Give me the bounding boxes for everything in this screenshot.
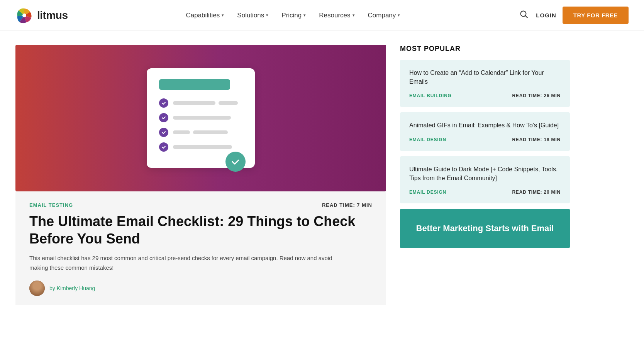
article-excerpt: This email checklist has 29 most common … [29,254,346,273]
popular-card-3[interactable]: Ultimate Guide to Dark Mode [+ Code Snip… [400,156,570,203]
big-check-circle [225,152,246,172]
check-circle [159,128,168,137]
popular-card-1[interactable]: How to Create an “Add to Calendar” Link … [400,60,570,107]
author-name[interactable]: by Kimberly Huang [49,285,95,291]
popular-read-time-1: READ TIME: 26 MIN [512,93,561,98]
popular-category-3: EMAIL DESIGN [409,189,446,195]
bar [173,116,231,120]
check-circle [159,142,168,152]
popular-read-time-2: READ TIME: 18 MIN [512,137,561,142]
nav-company[interactable]: Company ▾ [363,8,406,22]
chevron-down-icon: ▾ [222,13,224,18]
main-nav: Capabilities ▾ Solutions ▾ Pricing ▾ Res… [180,8,405,22]
try-free-button[interactable]: TRY FOR FREE [563,7,629,24]
cta-card[interactable]: Better Marketing Starts with Email [400,209,570,248]
author-avatar [29,281,45,296]
article-title[interactable]: The Ultimate Email Checklist: 29 Things … [29,213,372,247]
hero-image [15,45,386,191]
popular-category-1: EMAIL BUILDING [409,93,452,98]
bar [173,101,215,105]
article-meta: EMAIL TESTING READ TIME: 7 MIN The Ultim… [15,191,386,305]
check-circle [159,98,168,108]
nav-resources[interactable]: Resources ▾ [314,8,360,22]
check-row-2 [159,113,242,122]
sidebar: MOST POPULAR How to Create an “Add to Ca… [400,45,570,305]
meta-row: EMAIL TESTING READ TIME: 7 MIN [29,202,372,208]
popular-card-title-2: Animated GIFs in Email: Examples & How T… [409,121,561,130]
most-popular-heading: MOST POPULAR [400,45,570,53]
bar [193,130,228,134]
popular-card-title-1: How to Create an “Add to Calendar” Link … [409,68,561,86]
bar [173,145,232,149]
cta-title: Better Marketing Starts with Email [411,223,559,234]
popular-card-footer-3: EMAIL DESIGN READ TIME: 20 MIN [409,189,561,195]
check-row-1 [159,98,242,108]
popular-card-footer-2: EMAIL DESIGN READ TIME: 18 MIN [409,137,561,142]
article-read-time: READ TIME: 7 MIN [322,202,372,208]
nav-capabilities[interactable]: Capabilities ▾ [180,8,229,22]
login-button[interactable]: LOGIN [536,12,556,19]
popular-card-footer-1: EMAIL BUILDING READ TIME: 26 MIN [409,93,561,98]
popular-card-title-3: Ultimate Guide to Dark Mode [+ Code Snip… [409,165,561,183]
search-icon [520,10,528,19]
check-row-3 [159,128,242,137]
logo-text: litmus [37,9,68,22]
logo[interactable]: litmus [15,7,68,24]
chevron-down-icon: ▾ [398,13,400,18]
header-actions: LOGIN TRY FOR FREE [518,7,629,24]
popular-card-2[interactable]: Animated GIFs in Email: Examples & How T… [400,112,570,150]
svg-point-1 [22,14,26,17]
nav-solutions[interactable]: Solutions ▾ [232,8,274,22]
article-category[interactable]: EMAIL TESTING [29,202,73,208]
author-row: by Kimberly Huang [29,281,372,296]
chevron-down-icon: ▾ [353,13,355,18]
check-row-4 [159,142,242,152]
bar [173,130,190,134]
avatar-image [29,281,45,296]
main-content: EMAIL TESTING READ TIME: 7 MIN The Ultim… [0,31,644,319]
popular-category-2: EMAIL DESIGN [409,137,446,142]
card-header-bar [159,79,230,90]
bar [219,101,238,105]
check-circle [159,113,168,122]
litmus-logo-icon [15,7,33,24]
svg-line-3 [525,16,527,18]
checklist-illustration [147,68,255,168]
article-area: EMAIL TESTING READ TIME: 7 MIN The Ultim… [15,45,386,305]
popular-read-time-3: READ TIME: 20 MIN [512,189,561,195]
nav-pricing[interactable]: Pricing ▾ [276,8,311,22]
chevron-down-icon: ▾ [303,13,306,18]
search-button[interactable] [518,8,530,22]
chevron-down-icon: ▾ [266,13,268,18]
